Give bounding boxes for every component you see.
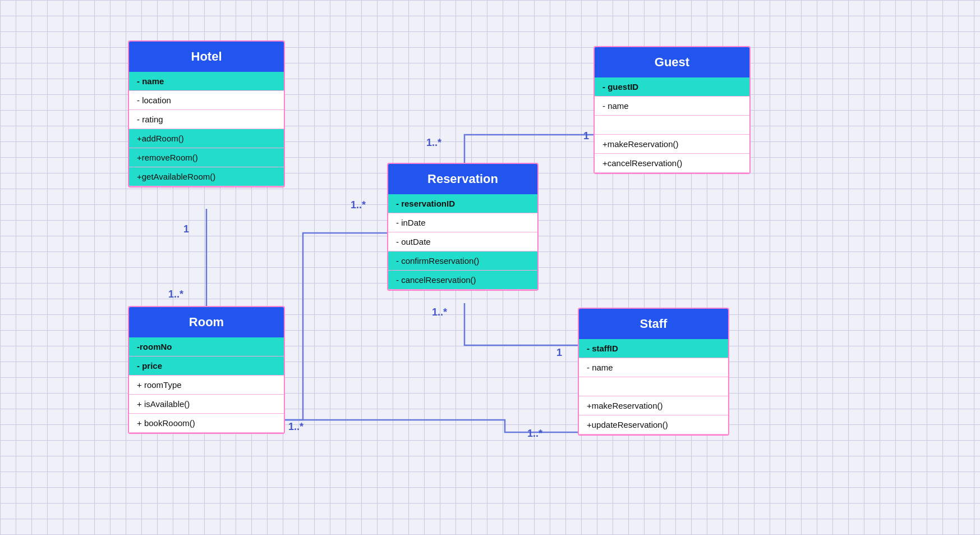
mult-guest-1: 1 (583, 130, 589, 142)
mult-hotel-1: 1 (183, 223, 189, 235)
reservation-class: Reservation - reservationID - inDate - o… (387, 163, 539, 291)
guest-attr-spacer (595, 116, 749, 135)
hotel-attr-location: - location (129, 91, 284, 110)
reservation-attr-indate: - inDate (388, 213, 537, 232)
hotel-class: Hotel - name - location - rating +addRoo… (128, 40, 285, 188)
mult-staff-bottom: 1..* (527, 428, 542, 440)
staff-attr-name: - name (579, 358, 728, 377)
guest-method-makereservation: +makeReservation() (595, 135, 749, 154)
room-attr-roomno: -roomNo (129, 337, 284, 356)
room-attr-bookroom: + bookRooom() (129, 414, 284, 433)
guest-attr-name: - name (595, 97, 749, 116)
room-class: Room -roomNo - price + roomType + isAvai… (128, 306, 285, 434)
hotel-attr-name: - name (129, 72, 284, 91)
mult-res-bottom: 1..* (432, 307, 447, 318)
room-attr-price: - price (129, 356, 284, 376)
mult-staff-1: 1 (556, 347, 562, 359)
staff-method-updatereservation: +updateReservation() (579, 415, 728, 435)
guest-method-cancelreservation: +cancelReservation() (595, 154, 749, 173)
guest-attr-guestid: - guestID (595, 77, 749, 97)
staff-method-makereservation: +makeReservation() (579, 396, 728, 415)
staff-attr-spacer (579, 377, 728, 396)
guest-class: Guest - guestID - name +makeReservation(… (593, 46, 751, 174)
reservation-attr-outdate: - outDate (388, 232, 537, 252)
reservation-header: Reservation (388, 164, 537, 194)
guest-header: Guest (595, 47, 749, 77)
mult-room-res: 1..* (351, 199, 366, 211)
hotel-attr-rating: - rating (129, 110, 284, 129)
room-attr-isavailable: + isAvailable() (129, 395, 284, 414)
hotel-method-getavailableroom: +getAvailableRoom() (129, 167, 284, 186)
reservation-method-confirm: - confirmReservation() (388, 252, 537, 271)
room-attr-roomtype: + roomType (129, 376, 284, 395)
staff-attr-staffid: - staffID (579, 339, 728, 358)
reservation-attr-id: - reservationID (388, 194, 537, 213)
mult-res-top: 1..* (426, 137, 441, 149)
room-header: Room (129, 307, 284, 337)
reservation-method-cancel: - cancelReservation() (388, 271, 537, 290)
mult-hotel-room: 1..* (168, 289, 183, 300)
hotel-method-removeroom: +removeRoom() (129, 148, 284, 167)
staff-class: Staff - staffID - name +makeReservation(… (578, 308, 729, 436)
mult-room-bottom: 1..* (288, 421, 303, 433)
staff-header: Staff (579, 309, 728, 339)
hotel-header: Hotel (129, 42, 284, 72)
hotel-method-addroom: +addRoom() (129, 129, 284, 148)
